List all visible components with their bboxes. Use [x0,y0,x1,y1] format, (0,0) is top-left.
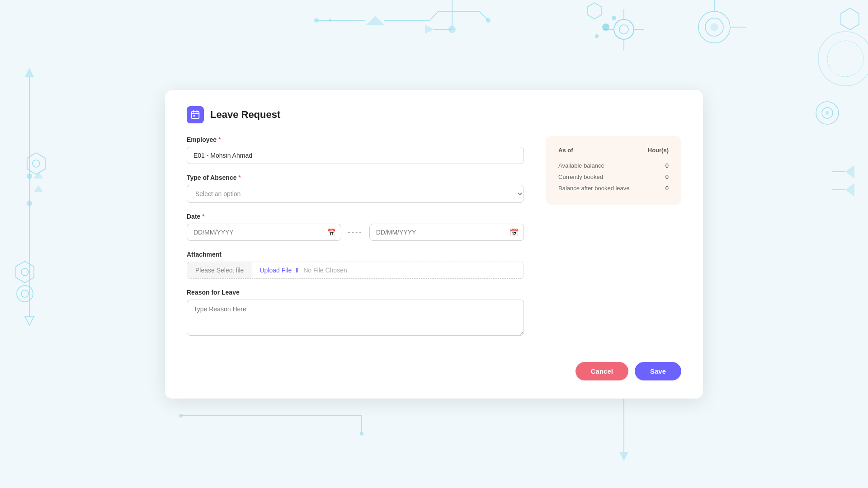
balance-table: As of Hour(s) Available balance 0 Curren… [558,147,669,194]
upload-file-label[interactable]: Upload File ⬆ [259,267,300,274]
svg-rect-72 [192,111,199,118]
date-label: Date * [187,213,524,220]
modal-footer: Cancel Save [187,362,681,380]
date-separator: ---- [348,228,363,236]
modal-header: Leave Request [187,106,681,123]
employee-required: * [218,136,221,143]
svg-rect-76 [193,115,195,117]
attachment-row: Please Select file Upload File ⬆ No File… [187,262,524,279]
no-file-text: No File Chosen [303,267,347,274]
save-button[interactable]: Save [635,362,681,380]
date-to-input[interactable] [369,224,524,241]
attachment-label: Attachment [187,251,524,258]
reason-field-group: Reason for Leave [187,289,524,338]
leave-request-modal: Leave Request Employee * Type of Absence [165,90,703,399]
employee-field-group: Employee * [187,136,524,164]
absence-required: * [238,174,241,181]
balance-row-after: Balance after booked leave 0 [558,183,669,194]
date-row: 📅 ---- 📅 [187,224,524,241]
balance-row-booked: Currently booked 0 [558,171,669,183]
as-of-label: As of [558,147,573,154]
balance-header-row: As of Hour(s) [558,147,669,154]
balance-panel: As of Hour(s) Available balance 0 Curren… [546,136,681,205]
attachment-upload-area: Upload File ⬆ No File Chosen [252,262,524,278]
date-field-group: Date * 📅 ---- 📅 [187,213,524,241]
form-left: Employee * Type of Absence * Select an o… [187,136,524,347]
attachment-select-button[interactable]: Please Select file [187,262,252,278]
date-from-input[interactable] [187,224,341,241]
employee-input[interactable] [187,147,524,164]
absence-select[interactable]: Select an option Annual Leave Sick Leave… [187,185,524,203]
reason-label: Reason for Leave [187,289,524,296]
employee-label: Employee * [187,136,524,143]
cancel-button[interactable]: Cancel [576,362,628,380]
hours-label: Hour(s) [648,147,669,154]
modal-wrapper: Leave Request Employee * Type of Absence [0,0,868,488]
upload-icon: ⬆ [294,267,300,274]
date-to-wrap: 📅 [369,224,524,241]
date-from-wrap: 📅 [187,224,341,241]
reason-textarea[interactable] [187,300,524,336]
attachment-field-group: Attachment Please Select file Upload Fil… [187,251,524,279]
absence-label: Type of Absence * [187,174,524,181]
form-body: Employee * Type of Absence * Select an o… [187,136,681,347]
leave-icon [187,106,204,123]
balance-row-available: Available balance 0 [558,160,669,171]
absence-field-group: Type of Absence * Select an option Annua… [187,174,524,203]
date-required: * [202,213,204,220]
modal-title: Leave Request [210,109,280,121]
